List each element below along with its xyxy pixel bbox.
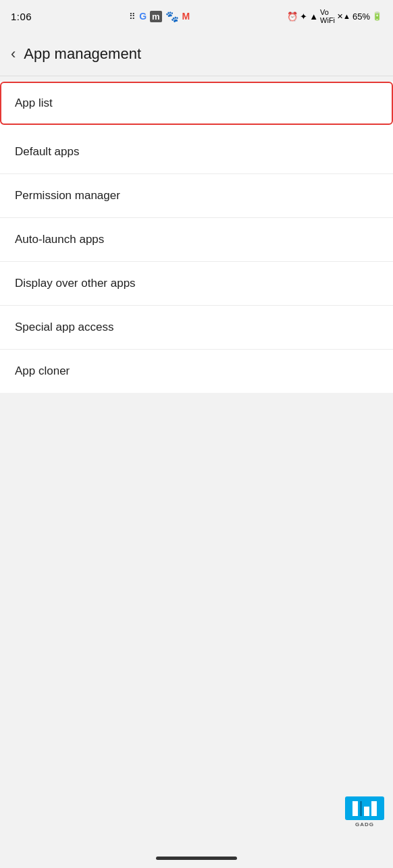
menu-item-permission-manager[interactable]: Permission manager (0, 174, 393, 218)
wm-bar-1 (352, 801, 358, 816)
mobile-signal-icon: ✕▲ (337, 12, 350, 21)
m-icon: m (150, 11, 162, 22)
menu-item-special-app-access[interactable]: Special app access (0, 306, 393, 350)
menu-item-permission-manager-label: Permission manager (15, 189, 120, 202)
wifi-icon: ▲ (309, 11, 318, 22)
wm-bar-2 (364, 807, 369, 816)
back-button[interactable]: ‹ (11, 45, 16, 63)
google-icon: G (139, 11, 147, 22)
watermark-logo-inner (352, 801, 377, 816)
home-indicator[interactable] (156, 857, 237, 860)
status-center-icons: ⠿ G m 🐾 M (129, 10, 190, 23)
grid-icon: ⠿ (129, 11, 136, 22)
signal-icon: VoWiFi (320, 8, 335, 24)
watermark-text: GADG (355, 821, 374, 828)
menu-item-app-cloner[interactable]: App cloner (0, 350, 393, 393)
menu-item-display-over-other-apps[interactable]: Display over other apps (0, 262, 393, 306)
wm-divider (360, 801, 362, 816)
battery-percentage: 65% (352, 11, 370, 22)
menu-item-app-list[interactable]: App list (0, 82, 393, 125)
watermark: GADG (343, 796, 386, 828)
bluetooth-icon: ✦ (300, 11, 307, 22)
header-divider (0, 76, 393, 76)
alarm-icon: ⏰ (287, 11, 298, 22)
wm-bar-3 (371, 801, 377, 816)
menu-item-special-app-access-label: Special app access (15, 321, 113, 334)
status-bar: 1:06 ⠿ G m 🐾 M ⏰ ✦ ▲ VoWiFi ✕▲ 65% 🔋 (0, 0, 393, 32)
menu-item-auto-launch-apps-label: Auto-launch apps (15, 233, 104, 246)
battery-icon: 🔋 (372, 11, 382, 21)
watermark-logo (345, 796, 384, 820)
menu-list: App list Default apps Permission manager… (0, 82, 393, 393)
page-title: App management (24, 45, 141, 63)
menu-item-app-cloner-label: App cloner (15, 364, 70, 378)
menu-item-display-over-other-apps-label: Display over other apps (15, 277, 136, 290)
menu-item-auto-launch-apps[interactable]: Auto-launch apps (0, 218, 393, 262)
menu-item-app-list-label: App list (15, 97, 53, 110)
app-icon: 🐾 (165, 10, 179, 23)
menu-item-default-apps[interactable]: Default apps (0, 130, 393, 174)
menu-item-default-apps-label: Default apps (15, 145, 79, 159)
status-time: 1:06 (11, 11, 32, 22)
status-right-icons: ⏰ ✦ ▲ VoWiFi ✕▲ 65% 🔋 (287, 8, 382, 24)
gmail-icon: M (182, 11, 190, 22)
app-management-header: ‹ App management (0, 32, 393, 76)
